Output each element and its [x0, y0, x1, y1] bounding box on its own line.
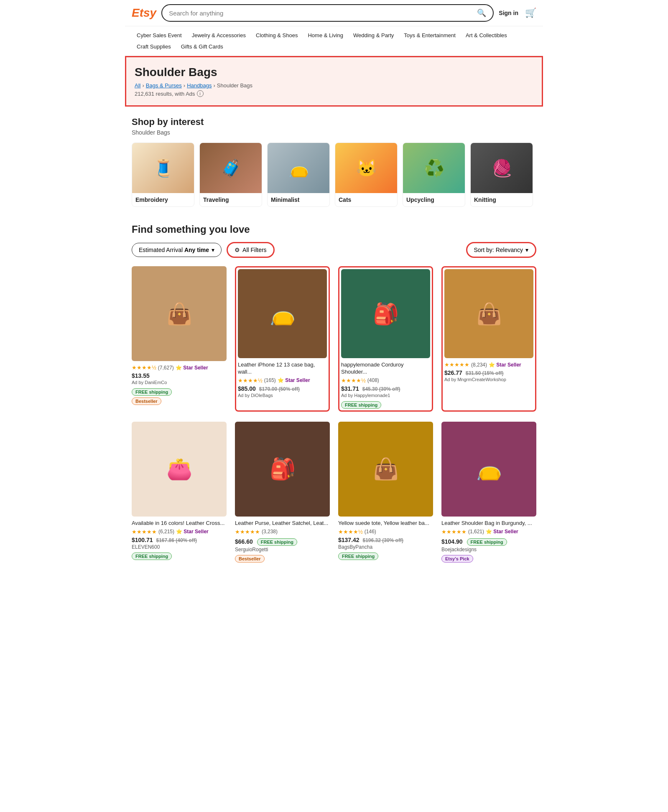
- review-count-8: (1,621): [468, 529, 484, 535]
- all-filters-button[interactable]: ⚙ All Filters: [227, 242, 275, 258]
- nav-cyber-sales[interactable]: Cyber Sales Event: [132, 30, 187, 41]
- nav-craft[interactable]: Craft Supplies: [132, 41, 176, 52]
- seller-7: BagsByPancha: [338, 544, 433, 550]
- stars-icon-8: ★★★★★: [441, 529, 467, 535]
- price-8: $104.90: [441, 538, 463, 545]
- review-count-6: (3,238): [262, 529, 278, 535]
- product-image-7: 👜: [338, 422, 433, 517]
- stars-icon-4: ★★★★★: [444, 361, 469, 368]
- interest-card-knitting[interactable]: 🧶 Knitting: [470, 143, 533, 207]
- info-icon[interactable]: i: [197, 90, 204, 97]
- nav-gifts[interactable]: Gifts & Gift Cards: [176, 41, 228, 52]
- nav-art[interactable]: Art & Collectibles: [461, 30, 512, 41]
- product-stars-4: ★★★★★ (8,234) ⭐ Star Seller: [444, 361, 533, 368]
- sort-button[interactable]: Sort by: Relevancy ▾: [466, 242, 537, 258]
- interest-label-minimalist: Minimalist: [268, 193, 329, 206]
- breadcrumb-all[interactable]: All: [135, 82, 140, 89]
- price-row-4: $26.77 $31.50 (15% off): [444, 369, 533, 376]
- interest-label-embroidery: Embroidery: [132, 193, 194, 206]
- product-name-2: Leather iPhone 12 13 case bag, wall...: [238, 361, 327, 376]
- shop-by-interest-section: Shop by interest Shoulder Bags 🧵 Embroid…: [125, 107, 543, 217]
- product-name-6: Leather Purse, Leather Satchel, Leat...: [235, 520, 330, 527]
- review-count-1: (7,627): [158, 365, 174, 371]
- free-shipping-badge-7: FREE shipping: [338, 552, 378, 560]
- price-row-3: $31.71 $45.30 (30% off): [341, 385, 430, 392]
- main-nav: Cyber Sales Event Jewelry & Accessories …: [125, 26, 543, 56]
- product-card-5[interactable]: 👛 Available in 16 colors! Leather Cross.…: [132, 422, 227, 563]
- product-name-7: Yellow suede tote, Yellow leather ba...: [338, 520, 433, 527]
- nav-wedding[interactable]: Wedding & Party: [348, 30, 399, 41]
- interest-image-upcycling: ♻️: [403, 143, 465, 193]
- price-original-2: $170.00 (50% off): [259, 386, 300, 392]
- product-card-6[interactable]: 🎒 Leather Purse, Leather Satchel, Leat..…: [235, 422, 330, 563]
- product-name-5: Available in 16 colors! Leather Cross...: [132, 520, 227, 527]
- nav-toys[interactable]: Toys & Entertainment: [399, 30, 461, 41]
- interest-card-traveling[interactable]: 🧳 Traveling: [199, 143, 262, 207]
- stars-icon-7: ★★★★½: [338, 529, 363, 535]
- product-card-1[interactable]: 👜 ★★★★½ (7,627) ⭐ Star Seller $13.55 Ad …: [132, 266, 227, 412]
- nav-home[interactable]: Home & Living: [303, 30, 348, 41]
- header: Etsy 🔍 Sign in 🛒: [125, 0, 543, 26]
- product-image-8: 👝: [441, 422, 536, 517]
- ad-label-1: Ad by DaniEmCo: [132, 380, 227, 385]
- interest-grid: 🧵 Embroidery 🧳 Traveling 👝 Minimalist 🐱 …: [132, 143, 536, 207]
- price-7: $137.42: [338, 537, 359, 543]
- seller-6: SerguioRogetti: [235, 547, 330, 552]
- ad-label-2: Ad by DiOleBags: [238, 393, 327, 398]
- price-row-7: $137.42 $196.32 (30% off): [338, 537, 433, 543]
- free-shipping-badge-1: FREE shipping: [132, 388, 172, 396]
- interest-card-cats[interactable]: 🐱 Cats: [335, 143, 398, 207]
- product-stars-1: ★★★★½ (7,627) ⭐ Star Seller: [132, 364, 227, 371]
- product-card-8[interactable]: 👝 Leather Shoulder Bag in Burgundy, ... …: [441, 422, 536, 563]
- product-image-5: 👛: [132, 422, 227, 517]
- search-icon[interactable]: 🔍: [477, 8, 486, 18]
- arrival-filter-button[interactable]: Estimated Arrival Any time ▾: [132, 243, 222, 257]
- product-card-2[interactable]: 👝 Leather iPhone 12 13 case bag, wall...…: [235, 266, 330, 412]
- price-row-8: $104.90 FREE shipping: [441, 537, 536, 546]
- price-original-4: $31.50 (15% off): [466, 370, 504, 376]
- product-image-1: 👜: [132, 266, 227, 361]
- interest-label-cats: Cats: [335, 193, 397, 206]
- nav-jewelry[interactable]: Jewelry & Accessories: [187, 30, 251, 41]
- product-name-3: happylemonade Corduroy Shoulder...: [341, 361, 430, 376]
- star-seller-badge-1: ⭐ Star Seller: [176, 365, 208, 371]
- product-stars-3: ★★★★½ (408): [341, 377, 430, 384]
- product-card-4[interactable]: 👜 ★★★★★ (8,234) ⭐ Star Seller $26.77 $31…: [441, 266, 536, 412]
- header-actions: Sign in 🛒: [499, 8, 536, 18]
- all-filters-label: All Filters: [242, 247, 267, 253]
- price-1: $13.55: [132, 372, 150, 379]
- nav-clothing[interactable]: Clothing & Shoes: [251, 30, 303, 41]
- product-stars-5: ★★★★★ (6,215) ⭐ Star Seller: [132, 529, 227, 535]
- arrival-filter-label: Estimated Arrival Any time: [139, 247, 209, 253]
- review-count-7: (146): [365, 529, 376, 535]
- price-original-3: $45.30 (30% off): [362, 386, 400, 392]
- sort-chevron-icon: ▾: [525, 247, 528, 253]
- star-seller-badge-2: ⭐ Star Seller: [278, 377, 310, 383]
- product-name-8: Leather Shoulder Bag in Burgundy, ...: [441, 520, 536, 527]
- product-image-2: 👝: [238, 269, 327, 358]
- star-seller-badge-4: ⭐ Star Seller: [489, 362, 521, 368]
- price-4: $26.77: [444, 369, 462, 376]
- sign-in-button[interactable]: Sign in: [499, 10, 518, 16]
- find-section: Find something you love Estimated Arriva…: [125, 217, 543, 579]
- product-card-3[interactable]: 🎒 happylemonade Corduroy Shoulder... ★★★…: [338, 266, 433, 412]
- product-grid-row1: 👜 ★★★★½ (7,627) ⭐ Star Seller $13.55 Ad …: [132, 266, 536, 412]
- search-input[interactable]: [169, 10, 474, 17]
- hero-section: Shoulder Bags All › Bags & Purses › Hand…: [125, 56, 543, 107]
- review-count-2: (165): [264, 377, 276, 383]
- interest-title: Shop by interest: [132, 117, 536, 127]
- star-seller-badge-5: ⭐ Star Seller: [176, 529, 209, 535]
- product-stars-2: ★★★★½ (165) ⭐ Star Seller: [238, 377, 327, 384]
- cart-icon[interactable]: 🛒: [525, 8, 536, 18]
- breadcrumb-bags[interactable]: Bags & Purses: [146, 82, 182, 89]
- interest-subtitle: Shoulder Bags: [132, 129, 536, 136]
- interest-card-embroidery[interactable]: 🧵 Embroidery: [132, 143, 194, 207]
- breadcrumb-handbags[interactable]: Handbags: [187, 82, 212, 89]
- star-seller-badge-8: ⭐ Star Seller: [486, 529, 518, 535]
- etsy-logo: Etsy: [132, 6, 156, 20]
- interest-card-minimalist[interactable]: 👝 Minimalist: [267, 143, 330, 207]
- interest-image-cats: 🐱: [335, 143, 398, 193]
- interest-card-upcycling[interactable]: ♻️ Upcycling: [403, 143, 465, 207]
- sort-label: Sort by: Relevancy: [474, 247, 523, 253]
- product-card-7[interactable]: 👜 Yellow suede tote, Yellow leather ba..…: [338, 422, 433, 563]
